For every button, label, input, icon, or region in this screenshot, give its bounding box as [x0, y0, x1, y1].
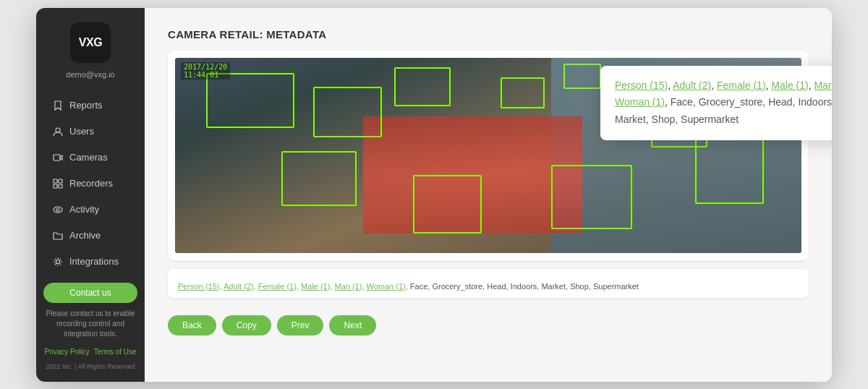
svg-point-8	[56, 260, 60, 263]
sidebar-item-integrations-label: Integrations	[69, 256, 119, 267]
sidebar: VXG demo@vxg.io Reports Use	[36, 8, 145, 382]
sub-plain-tags: Face, Grocery_store, Head, Indoors, Mark…	[410, 282, 639, 291]
detection-box-10	[281, 151, 357, 206]
sidebar-item-cameras-label: Cameras	[69, 152, 108, 163]
detection-box-3	[394, 67, 451, 106]
svg-point-0	[56, 128, 60, 132]
sub-tag-person[interactable]: Person (15)	[178, 282, 219, 291]
sidebar-item-activity-label: Activity	[69, 204, 99, 215]
sub-metadata-card: Person (15), Adult (2), Female (1), Male…	[168, 269, 809, 298]
detection-box-1	[206, 73, 294, 128]
nav-menu: Reports Users Cameras	[36, 93, 145, 274]
detection-box-5	[563, 64, 601, 89]
svg-rect-5	[59, 184, 62, 188]
sidebar-item-archive-label: Archive	[69, 230, 101, 241]
sidebar-item-archive[interactable]: Archive	[41, 223, 140, 248]
settings-icon	[52, 256, 64, 268]
sub-tag-female[interactable]: Female (1)	[258, 282, 297, 291]
svg-point-7	[56, 208, 59, 211]
terms-of-use-link[interactable]: Terms of Use	[94, 348, 137, 356]
svg-rect-4	[54, 184, 57, 188]
logo: VXG	[70, 22, 111, 63]
detection-box-8	[551, 165, 633, 229]
contact-us-button[interactable]: Contact us	[43, 283, 137, 303]
svg-point-6	[54, 207, 62, 213]
video-icon	[52, 152, 64, 163]
eye-icon	[52, 204, 64, 215]
svg-rect-3	[59, 179, 62, 183]
copyright-text: 2022 Inc. | All Rights Reserved	[46, 363, 135, 370]
footer-links: Privacy Policy Terms of Use	[44, 348, 136, 356]
copy-button[interactable]: Copy	[222, 315, 271, 335]
prev-button[interactable]: Prev	[277, 315, 324, 335]
detection-box-7	[695, 136, 764, 205]
svg-rect-1	[54, 155, 60, 161]
bookmark-icon	[52, 100, 64, 111]
detection-box-9	[413, 175, 482, 234]
sidebar-item-users[interactable]: Users	[41, 119, 140, 144]
metadata-popup-card: Person (15), Adult (2), Female (1), Male…	[600, 66, 832, 140]
popup-tag-man[interactable]: Man (1)	[814, 80, 832, 91]
popup-tag-male[interactable]: Male (1)	[771, 80, 808, 91]
contact-description: Please contact us to enable recording co…	[43, 309, 137, 339]
back-button[interactable]: Back	[168, 315, 216, 335]
privacy-policy-link[interactable]: Privacy Policy	[44, 348, 89, 356]
sub-tag-man[interactable]: Man (1)	[334, 282, 362, 291]
sidebar-item-recorders[interactable]: Recorders	[41, 171, 140, 196]
svg-rect-2	[54, 179, 57, 183]
next-button[interactable]: Next	[329, 315, 376, 335]
camera-timestamp: 2017/12/2011:44:01	[181, 62, 230, 80]
popup-tag-woman[interactable]: Woman (1)	[615, 96, 665, 108]
sidebar-item-reports[interactable]: Reports	[41, 93, 140, 118]
page-title: CAMERA RETAIL: METADATA	[168, 28, 809, 40]
popup-tag-adult[interactable]: Adult (2)	[673, 80, 711, 91]
user-email: demo@vxg.io	[66, 70, 114, 79]
grid-icon	[52, 178, 64, 189]
sub-tag-male[interactable]: Male (1)	[301, 282, 330, 291]
popup-tag-person[interactable]: Person (15)	[615, 80, 668, 91]
sidebar-item-integrations[interactable]: Integrations	[41, 249, 140, 274]
action-buttons: Back Copy Prev Next	[168, 315, 809, 335]
sidebar-item-users-label: Users	[69, 126, 94, 137]
user-icon	[52, 126, 64, 137]
sidebar-item-activity[interactable]: Activity	[41, 197, 140, 222]
logo-text: VXG	[79, 36, 102, 49]
popup-tag-female[interactable]: Female (1)	[717, 80, 766, 91]
sub-tag-woman[interactable]: Woman (1)	[367, 282, 406, 291]
folder-icon	[52, 230, 64, 241]
detection-box-2	[313, 87, 382, 137]
sub-tag-adult[interactable]: Adult (2)	[224, 282, 254, 291]
detection-box-4	[501, 77, 545, 108]
sidebar-item-reports-label: Reports	[69, 100, 103, 111]
sub-metadata-text: Person (15), Adult (2), Female (1), Male…	[178, 282, 799, 291]
sidebar-item-recorders-label: Recorders	[69, 178, 113, 189]
main-content: CAMERA RETAIL: METADATA	[145, 8, 832, 382]
popup-metadata-tags: Person (15), Adult (2), Female (1), Male…	[615, 77, 832, 129]
sidebar-item-cameras[interactable]: Cameras	[41, 145, 140, 170]
sidebar-bottom: Contact us Please contact us to enable r…	[36, 274, 145, 370]
